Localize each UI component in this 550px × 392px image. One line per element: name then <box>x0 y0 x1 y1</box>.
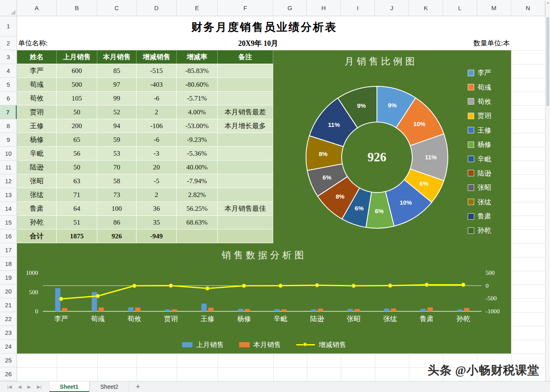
column-header-A[interactable]: A <box>17 0 57 16</box>
cell[interactable]: 56.25% <box>177 202 218 216</box>
bar-last-month[interactable] <box>384 308 389 311</box>
cell[interactable] <box>218 133 273 147</box>
cell[interactable]: 35 <box>137 216 177 229</box>
line-marker[interactable] <box>60 297 63 301</box>
cell[interactable]: 荀彧 <box>17 78 57 92</box>
row-header-22[interactable]: 22 <box>0 312 17 326</box>
cell[interactable] <box>218 174 273 188</box>
line-marker[interactable] <box>133 284 136 288</box>
tab-sheet1[interactable]: Sheet1 <box>49 381 90 392</box>
scrollbar-thumb[interactable] <box>546 17 549 106</box>
row-header-13[interactable]: 13 <box>0 188 17 202</box>
row-header-10[interactable]: 10 <box>0 147 17 161</box>
cell[interactable]: 100 <box>97 202 137 216</box>
cell[interactable]: 51 <box>57 216 97 229</box>
bar-last-month[interactable] <box>128 307 133 311</box>
table-header-cell[interactable]: 本月销售 <box>97 50 137 64</box>
line-marker[interactable] <box>96 294 100 298</box>
row-header-21[interactable]: 21 <box>0 298 17 312</box>
line-marker[interactable] <box>352 284 355 287</box>
cell[interactable]: 本月销售最佳 <box>218 202 273 216</box>
bar-last-month[interactable] <box>457 309 462 311</box>
cell[interactable] <box>218 229 273 243</box>
legend-item-辛毗[interactable]: 辛毗 <box>468 152 491 166</box>
table-header-cell[interactable]: 上月销售 <box>57 50 97 64</box>
cell[interactable]: 2 <box>137 105 177 119</box>
change-line[interactable] <box>61 285 463 299</box>
line-marker[interactable] <box>169 284 173 287</box>
combo-legend-item-增减销售[interactable]: 增减销售 <box>296 340 346 349</box>
cell[interactable]: 辛毗 <box>17 147 57 161</box>
cell[interactable]: -515 <box>137 64 177 78</box>
cell[interactable]: 52 <box>97 105 137 119</box>
column-header-D[interactable]: D <box>137 0 177 16</box>
legend-item-陆逊[interactable]: 陆逊 <box>468 166 491 180</box>
column-header-E[interactable]: E <box>177 0 218 16</box>
cell[interactable]: 94 <box>97 119 137 133</box>
cell[interactable]: -403 <box>137 78 177 92</box>
cell[interactable]: 2.82% <box>177 188 218 202</box>
row-header-7[interactable]: 7 <box>0 105 17 119</box>
cell[interactable]: -3 <box>137 147 177 161</box>
line-marker[interactable] <box>279 284 282 287</box>
table-header-cell[interactable]: 增减率 <box>177 50 218 64</box>
column-header-I[interactable]: I <box>341 0 375 16</box>
cell[interactable]: 68.63% <box>177 216 218 229</box>
row-header-6[interactable]: 6 <box>0 92 17 105</box>
bar-last-month[interactable] <box>201 304 207 311</box>
quantity-unit-label[interactable]: 数量单位:本 <box>473 36 510 50</box>
cell[interactable]: 1875 <box>57 229 97 243</box>
row-header-24[interactable]: 24 <box>0 340 17 353</box>
bar-last-month[interactable] <box>421 309 426 311</box>
prev-sheet-icon[interactable]: ◀ <box>18 384 21 390</box>
bar-current-month[interactable] <box>62 308 67 311</box>
cell[interactable]: 59 <box>97 133 137 147</box>
row-header-5[interactable]: 5 <box>0 78 17 92</box>
bar-last-month[interactable] <box>274 309 280 311</box>
pie-chart[interactable]: 月销售比例图 9%10%11%6%10%6%6%8%6%8%11%9% 926 … <box>273 50 511 243</box>
cell[interactable]: 58 <box>97 174 137 188</box>
row-header-12[interactable]: 12 <box>0 174 17 188</box>
cell[interactable]: -5.36% <box>177 147 218 161</box>
cell[interactable] <box>177 229 218 243</box>
cell[interactable]: -949 <box>137 229 177 243</box>
cell[interactable]: -85.83% <box>177 64 218 78</box>
table-header-cell[interactable]: 备注 <box>218 50 273 64</box>
row-header-19[interactable]: 19 <box>0 271 17 285</box>
row-header-26[interactable]: 26 <box>0 367 17 381</box>
cell[interactable]: 本月销售最差 <box>218 105 273 119</box>
row-header-9[interactable]: 9 <box>0 133 17 147</box>
line-marker[interactable] <box>315 283 319 287</box>
bar-current-month[interactable] <box>135 308 140 311</box>
bar-current-month[interactable] <box>318 308 323 311</box>
row-header-20[interactable]: 20 <box>0 285 17 298</box>
tab-sheet2[interactable]: Sheet2 <box>90 381 129 392</box>
cell[interactable]: -6 <box>137 92 177 105</box>
column-header-L[interactable]: L <box>443 0 477 16</box>
line-marker[interactable] <box>205 287 209 290</box>
row-header-23[interactable]: 23 <box>0 326 17 340</box>
legend-item-张纮[interactable]: 张纮 <box>468 195 491 209</box>
bar-last-month[interactable] <box>311 309 316 311</box>
cell[interactable]: 36 <box>137 202 177 216</box>
scroll-up-icon[interactable]: ▲ <box>546 1 550 4</box>
cell[interactable] <box>218 147 273 161</box>
cell[interactable] <box>218 78 273 92</box>
cell[interactable]: 200 <box>57 119 97 133</box>
cell[interactable]: 2 <box>137 188 177 202</box>
cell[interactable]: 杨修 <box>17 133 57 147</box>
row-header-25[interactable]: 25 <box>0 353 17 367</box>
row-header-16[interactable]: 16 <box>0 229 17 243</box>
cell[interactable]: -5.71% <box>177 92 218 105</box>
row-header-2[interactable]: 2 <box>0 36 17 50</box>
cell[interactable] <box>218 216 273 229</box>
cell[interactable]: 53 <box>97 147 137 161</box>
cell[interactable]: 李严 <box>17 64 57 78</box>
cell[interactable]: 97 <box>97 78 137 92</box>
row-header-8[interactable]: 8 <box>0 119 17 133</box>
cell[interactable]: -6 <box>137 133 177 147</box>
cell[interactable]: 71 <box>57 188 97 202</box>
combo-chart[interactable]: 销售数据分析图 050010005000-500-1000李严荀彧荀攸贾诩王修杨… <box>17 243 511 353</box>
row-header-14[interactable]: 14 <box>0 202 17 216</box>
legend-item-杨修[interactable]: 杨修 <box>468 137 491 152</box>
